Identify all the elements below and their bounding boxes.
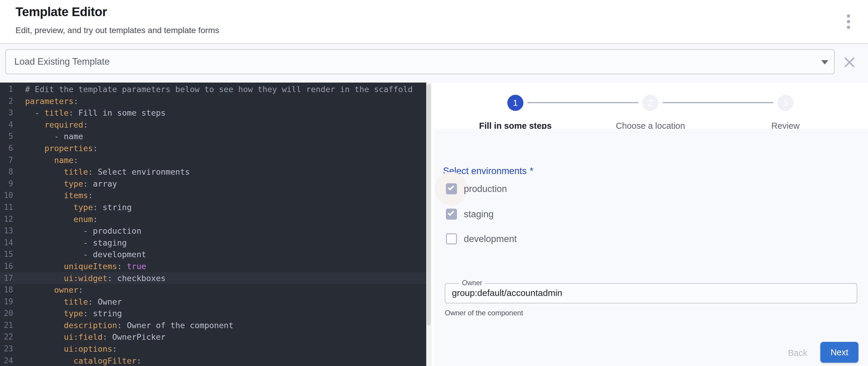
checkbox-unchecked-icon[interactable] [446, 233, 457, 244]
code-line[interactable]: 18 owner: [0, 284, 426, 296]
token-punc: : [117, 321, 127, 330]
step-circle-1: 1 [507, 95, 523, 111]
code-line[interactable]: 16 uniqueItems: true [0, 261, 426, 272]
code-text: enum: [25, 213, 98, 225]
page-title: Template Editor [16, 5, 107, 19]
code-line[interactable]: 1# Edit the template parameters below to… [0, 84, 426, 95]
token-val: Select environments [98, 167, 190, 177]
line-number: 8 [0, 166, 13, 178]
code-text: properties: [25, 143, 98, 154]
code-text: - title: Fill in some steps [25, 107, 165, 119]
token-key: parameters [25, 97, 73, 106]
token-punc: : [93, 215, 98, 224]
line-number: 4 [0, 119, 13, 131]
code-text: type: array [25, 178, 117, 190]
editor-scrollbar-track[interactable] [426, 83, 431, 366]
step-circle-2: 2 [642, 95, 658, 111]
code-text: catalogFilter: [25, 355, 141, 366]
code-text: ui:field: OwnerPicker [25, 331, 165, 343]
line-number: 17 [0, 272, 13, 284]
token-val: Fill in some steps [79, 108, 166, 117]
code-line[interactable]: 17 ui:widget: checkboxes [0, 272, 426, 284]
line-number: 7 [0, 154, 13, 166]
code-line[interactable]: 23 ui:options: [0, 343, 426, 355]
token-punc: : [93, 144, 98, 153]
close-button[interactable] [843, 56, 856, 69]
line-number: 21 [0, 319, 13, 331]
token-val: string [102, 203, 132, 212]
code-line[interactable]: 13 - production [0, 225, 426, 237]
token-punc [25, 167, 64, 177]
next-button[interactable]: Next [820, 342, 859, 363]
caret-down-icon[interactable] [821, 60, 828, 64]
kebab-menu-icon [847, 20, 850, 23]
code-line[interactable]: 11 type: string [0, 202, 426, 213]
code-lines: 1# Edit the template parameters below to… [0, 84, 426, 366]
code-line[interactable]: 20 type: string [0, 308, 426, 319]
line-number: 5 [0, 130, 13, 143]
checkbox-checked-icon[interactable] [446, 209, 457, 220]
token-punc [25, 262, 64, 271]
owner-field-value[interactable]: group:default/accountadmin [452, 283, 562, 303]
token-key: ui:options [64, 344, 113, 354]
token-punc: : [88, 167, 98, 177]
code-text: - development [25, 249, 146, 261]
code-text: ui:widget: checkboxes [25, 272, 165, 284]
line-number: 6 [0, 143, 13, 154]
token-key: title [64, 167, 88, 177]
token-punc [25, 285, 54, 295]
back-button[interactable]: Back [774, 345, 822, 361]
checkbox-row-production[interactable]: production [446, 183, 507, 194]
code-line[interactable]: 8 title: Select environments [0, 166, 426, 178]
code-line[interactable]: 3 - title: Fill in some steps [0, 107, 426, 119]
code-line[interactable]: 2parameters: [0, 95, 426, 107]
editor-scrollbar-thumb[interactable] [427, 84, 431, 326]
code-line[interactable]: 24 catalogFilter: [0, 355, 426, 366]
code-line[interactable]: 10 items: [0, 189, 426, 202]
code-line[interactable]: 5 - name [0, 130, 426, 143]
token-punc: : [83, 309, 93, 318]
token-punc: : [107, 274, 117, 283]
code-line[interactable]: 4 required: [0, 119, 426, 131]
form-card [434, 129, 868, 366]
token-punc [25, 297, 64, 306]
token-punc: - [25, 226, 93, 236]
code-line[interactable]: 22 ui:field: OwnerPicker [0, 331, 426, 343]
token-punc: : [88, 297, 98, 306]
token-key: type [64, 309, 83, 318]
checkbox-label: development [464, 234, 517, 244]
token-punc: - [25, 108, 44, 117]
checkbox-label: staging [464, 209, 494, 220]
load-existing-template-combobox[interactable]: Load Existing Template [5, 49, 835, 74]
token-val: Owner of the component [127, 321, 234, 330]
code-line[interactable]: 7 name: [0, 154, 426, 166]
code-line[interactable]: 15 - development [0, 249, 426, 261]
kebab-menu-button[interactable] [840, 12, 857, 32]
token-punc: : [117, 262, 127, 271]
checkbox-row-development[interactable]: development [446, 233, 517, 244]
token-val: name [64, 132, 83, 141]
token-key: items [64, 191, 88, 200]
code-line[interactable]: 21 description: Owner of the component [0, 319, 426, 331]
code-line[interactable]: 19 title: Owner [0, 296, 426, 308]
line-number: 13 [0, 225, 13, 237]
token-bool: true [127, 262, 146, 271]
code-editor[interactable]: 1# Edit the template parameters below to… [0, 83, 426, 366]
token-val: checkboxes [117, 274, 166, 283]
code-text: - production [25, 225, 141, 237]
token-punc [25, 274, 64, 283]
required-asterisk: * [530, 166, 533, 176]
step-connector [528, 102, 638, 103]
token-punc: : [79, 285, 83, 295]
line-number: 1 [0, 84, 13, 95]
checkmark-icon [448, 184, 454, 191]
code-line[interactable]: 14 - staging [0, 237, 426, 249]
code-line[interactable]: 12 enum: [0, 213, 426, 225]
token-punc: : [136, 356, 141, 365]
token-val: string [93, 309, 122, 318]
code-line[interactable]: 6 properties: [0, 143, 426, 154]
checkbox-row-staging[interactable]: staging [446, 209, 494, 220]
checkbox-checked-icon[interactable] [446, 183, 457, 194]
line-number: 15 [0, 249, 13, 261]
code-line[interactable]: 9 type: array [0, 178, 426, 190]
